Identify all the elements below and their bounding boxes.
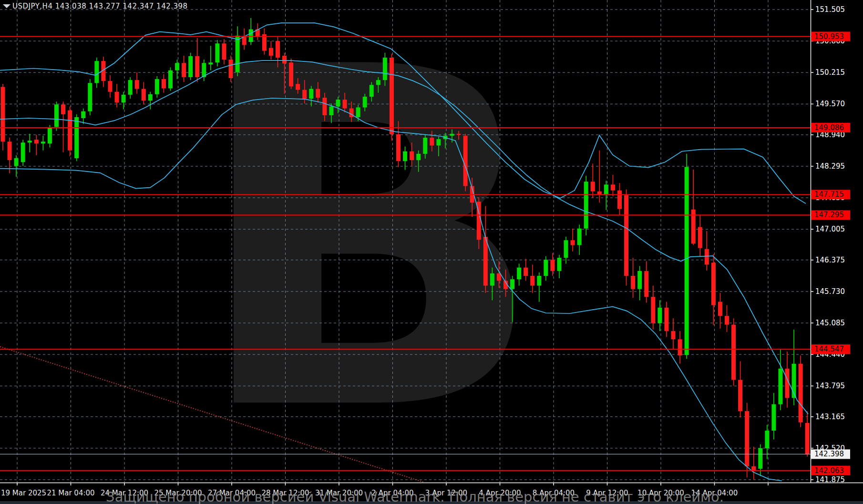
terminal-window: USDJPY,H4 143.038 143.277 142.347 142.39… bbox=[0, 0, 863, 504]
watermark-trial-text: Защищено пробной версией Visual Watermar… bbox=[106, 489, 724, 504]
chart-canvas[interactable]: B151.505150.860150.215149.570148.940148.… bbox=[0, 0, 863, 504]
plot-area[interactable] bbox=[0, 0, 811, 483]
price-axis-hotspot[interactable] bbox=[811, 0, 863, 483]
chart-title: USDJPY,H4 143.038 143.277 142.347 142.39… bbox=[12, 2, 188, 10]
symbol-triangle-icon bbox=[3, 4, 10, 8]
